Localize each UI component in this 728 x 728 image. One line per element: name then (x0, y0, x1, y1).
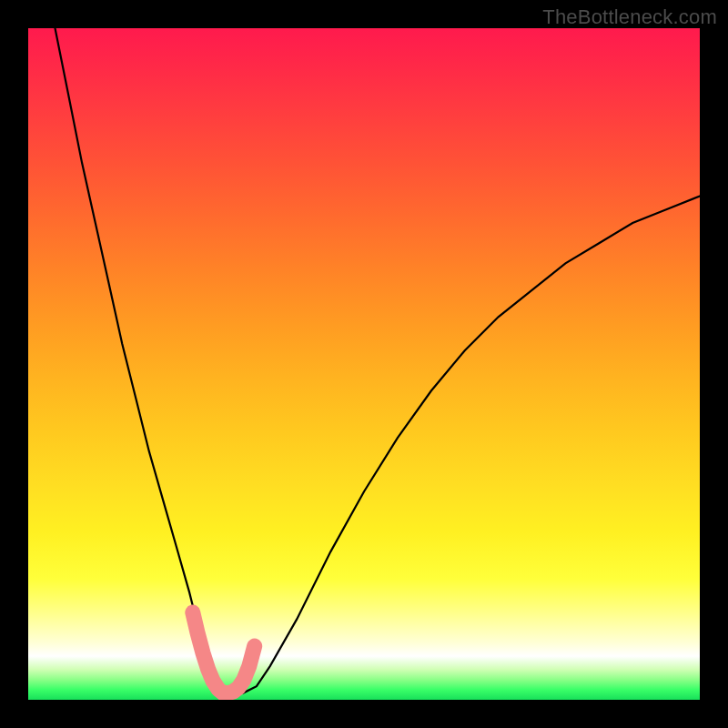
chart-frame: TheBottleneck.com (0, 0, 728, 728)
watermark-text: TheBottleneck.com (542, 5, 717, 29)
near-minimum-accent (193, 612, 255, 693)
curve-layer (28, 28, 700, 700)
plot-area (28, 28, 700, 700)
bottleneck-curve (56, 28, 701, 693)
